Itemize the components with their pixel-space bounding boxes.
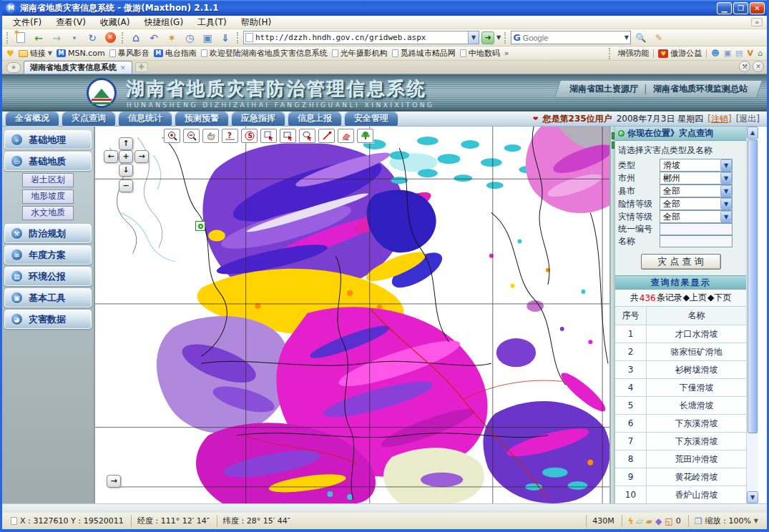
folder-icon[interactable]: ▰ [646, 516, 652, 526]
collapse-toolbar-icon[interactable]: » [751, 18, 763, 26]
scroll-up-arrow[interactable]: ▲ [747, 127, 758, 139]
menu-favorites[interactable]: 收藏(A) [94, 16, 137, 29]
row-name[interactable]: 黄花岭滑坡 [647, 471, 746, 483]
tab-emergency-command[interactable]: 应急指挥 [231, 111, 285, 127]
disaster-query-button[interactable]: 灾 点 查 询 [641, 254, 721, 270]
tab-security-management[interactable]: 安全管理 [344, 111, 398, 127]
table-row[interactable]: 8荒田冲滑坡 [615, 450, 746, 468]
eraser-button[interactable] [338, 129, 354, 143]
map-viewport[interactable]: ? S ↑ ← + → ↓ − → [95, 127, 610, 503]
undo-button[interactable]: ↶ [146, 31, 162, 45]
go-dropdown-icon[interactable]: ▼ [496, 34, 501, 41]
frames-button[interactable]: ▣ [200, 31, 215, 45]
table-row[interactable]: 6下东溪滑坡 [615, 415, 746, 433]
chevron-down-icon[interactable]: ▼ [720, 159, 732, 171]
table-row[interactable]: 4下僮滑坡 [615, 379, 746, 397]
forward-button[interactable]: → [49, 31, 64, 45]
row-name[interactable]: 长塘滑坡 [647, 400, 746, 412]
table-row[interactable]: 7下东溪滑坡 [615, 433, 746, 450]
table-row[interactable]: 3衫树垅滑坡 [615, 361, 746, 379]
sidebar-item-environment-bulletin[interactable]: ▤ 环境公报 [4, 267, 92, 286]
download-button[interactable]: ⇓ [217, 31, 233, 45]
chevron-down-icon[interactable]: ▼ [720, 172, 732, 184]
image-blocker-icon[interactable]: ◱ [665, 516, 672, 526]
links-folder[interactable]: 链接 ▼ [19, 48, 52, 59]
row-name[interactable]: 下僮滑坡 [647, 382, 746, 394]
menu-help[interactable]: 帮助(H) [235, 16, 278, 29]
row-name[interactable]: 下东溪滑坡 [647, 435, 746, 448]
pan-down-button[interactable]: ↓ [119, 164, 133, 177]
logout-link[interactable]: [注销] [707, 113, 731, 125]
pan-hand-button[interactable] [202, 129, 219, 143]
scrollbar-thumb[interactable] [748, 139, 758, 433]
exit-link[interactable]: [退出] [736, 113, 760, 125]
row-name[interactable]: 才口水滑坡 [647, 328, 746, 340]
scroll-right-button[interactable]: → [107, 475, 121, 488]
menu-file[interactable]: 文件(F) [6, 16, 48, 29]
next-page-link[interactable]: ◆下页 [707, 292, 731, 304]
type-select[interactable]: 滑坡 ▼ [660, 159, 733, 172]
tab-info-report[interactable]: 信息上报 [288, 111, 342, 127]
city-select[interactable]: 郴州 ▼ [660, 172, 733, 184]
back-button[interactable]: ← [31, 31, 46, 45]
zoom-out-button[interactable] [183, 129, 200, 143]
row-name[interactable]: 骆家恒矿滑地 [647, 346, 746, 358]
row-name[interactable]: 衫树垅滑坡 [647, 364, 746, 376]
sidebar-item-prevention-planning[interactable]: ⚒ 防治规划 [4, 224, 92, 243]
charity-button[interactable]: ♥傲游公益 [658, 48, 702, 59]
sidebar-item-annual-plan[interactable]: ≡ 年度方案 [4, 245, 92, 265]
stop-button[interactable]: ✕ [102, 31, 118, 45]
name-input[interactable] [660, 235, 733, 247]
draw-line-button[interactable] [318, 129, 335, 143]
pan-right-button[interactable]: → [134, 150, 149, 163]
link-zhongdi[interactable]: 中地数码 [460, 48, 500, 59]
go-button[interactable]: ➜ [481, 31, 494, 44]
geological-map[interactable] [95, 127, 609, 503]
tab-close-icon[interactable]: ✕ [120, 64, 126, 72]
active-tab[interactable]: 湖南省地质灾害信息系统 ✕ [24, 61, 132, 74]
refresh-button[interactable]: ↻ [84, 31, 100, 45]
plugin-icon[interactable]: ◆ [655, 516, 662, 526]
disaster-level-select[interactable]: 全部 ▼ [660, 210, 733, 223]
scroll-down-arrow[interactable]: ▼ [747, 491, 758, 503]
chevron-down-icon[interactable]: ▼ [720, 211, 732, 222]
tab-settings-button[interactable]: ⚒ [739, 61, 750, 72]
highlight-button[interactable]: ✎ [651, 31, 667, 45]
search-button[interactable]: 🔍 [633, 31, 649, 45]
table-row[interactable]: 9黄花岭滑坡 [615, 468, 746, 486]
prev-page-link[interactable]: ◆上页 [683, 292, 707, 304]
county-select[interactable]: 全部 ▼ [660, 184, 733, 197]
favorites-star-button[interactable]: ★ [6, 62, 21, 73]
menu-groups[interactable]: 快捷组(G) [137, 16, 190, 29]
sidebar-item-base-geography[interactable]: » 基础地理 [4, 130, 92, 149]
menu-view[interactable]: 查看(V) [49, 16, 92, 29]
user-account-icon[interactable]: ☻ [711, 49, 719, 58]
tab-forecast-warning[interactable]: 预测预警 [175, 111, 229, 127]
select-s-button[interactable]: S [241, 129, 258, 143]
history-dropdown-button[interactable]: ▾ [67, 31, 82, 45]
window-icon[interactable]: ▣ [724, 49, 731, 58]
zoom-plus-button[interactable]: + [119, 150, 133, 163]
link-city[interactable]: 觅路城市精品网 [392, 48, 456, 59]
select-point-button[interactable] [260, 129, 277, 143]
layers-button[interactable] [357, 129, 373, 143]
code-input[interactable] [660, 223, 733, 235]
identify-button[interactable]: ? [222, 129, 238, 143]
search-engine-dropdown[interactable]: ▼ [624, 34, 629, 41]
sidebar-item-base-geology[interactable]: ▭ 基础地质 [4, 152, 92, 171]
sub-item-hydrogeology[interactable]: 水文地质 [22, 206, 74, 220]
minimize-button[interactable]: ▁ [717, 2, 732, 14]
sub-item-rock-soil-zoning[interactable]: 岩土区划 [22, 173, 74, 187]
favorites-heart-icon[interactable]: ♥ [6, 49, 14, 59]
link-photo[interactable]: 光年摄影机构 [332, 48, 388, 59]
link-radio[interactable]: M电台指南 [154, 48, 197, 59]
home-button[interactable]: ⌂ [128, 31, 144, 45]
paint-icon[interactable]: V [748, 49, 754, 58]
station-marker-icon[interactable] [195, 221, 205, 231]
table-row[interactable]: 5长塘滑坡 [615, 397, 746, 415]
new-tab-plus-button[interactable]: ✚ [135, 62, 148, 72]
zoom-minus-button[interactable]: − [119, 179, 133, 192]
proxy-icon[interactable]: ▱ [637, 516, 643, 526]
table-row[interactable]: 2骆家恒矿滑地 [615, 343, 746, 361]
link-geo-monitor[interactable]: 湖南省地质环境监测总站 [653, 83, 748, 95]
